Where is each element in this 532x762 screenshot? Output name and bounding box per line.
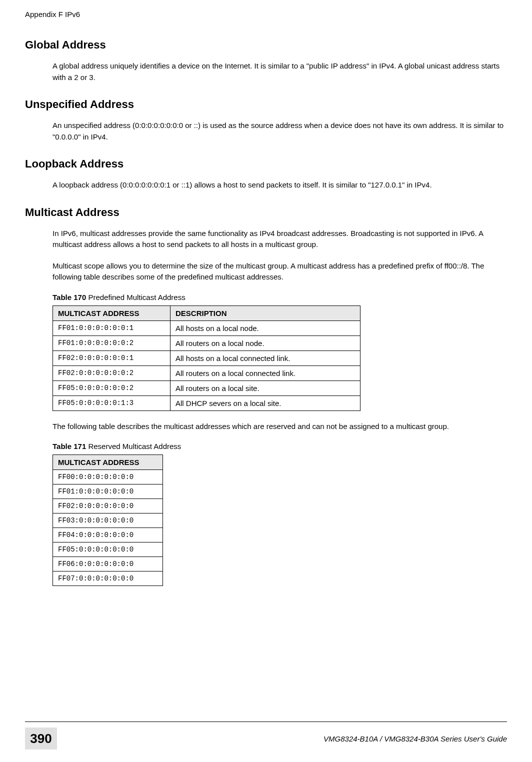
cell-address: FF00:0:0:0:0:0:0:0 [53, 470, 163, 484]
table-170-label-rest: Predefined Multicast Address [86, 293, 185, 302]
cell-description: All hosts on a local connected link. [170, 350, 360, 366]
table-171-header: MULTICAST ADDRESS [53, 455, 163, 470]
section-heading-multicast: Multicast Address [25, 206, 507, 219]
table-row: FF05:0:0:0:0:0:0:2All routers on a local… [53, 380, 360, 396]
table-170-label-bold: Table 170 [52, 293, 86, 302]
cell-address: FF05:0:0:0:0:0:1:3 [53, 396, 170, 410]
table-row: FF00:0:0:0:0:0:0:0 [53, 470, 163, 484]
table-row: FF01:0:0:0:0:0:0:2All routers on a local… [53, 336, 360, 350]
table-170: MULTICAST ADDRESS DESCRIPTION FF01:0:0:0… [52, 306, 360, 411]
cell-address: FF03:0:0:0:0:0:0:0 [53, 514, 163, 528]
body-global: A global address uniquely identifies a d… [52, 60, 507, 83]
body-loopback: A loopback address (0:0:0:0:0:0:0:1 or :… [52, 180, 507, 191]
table-row: FF01:0:0:0:0:0:0:1All hosts on a local n… [53, 320, 360, 336]
cell-address: FF01:0:0:0:0:0:0:0 [53, 484, 163, 499]
table-170-header-address: MULTICAST ADDRESS [53, 306, 170, 320]
section-heading-loopback: Loopback Address [25, 158, 507, 170]
cell-description: All hosts on a local node. [170, 320, 360, 336]
cell-address: FF05:0:0:0:0:0:0:2 [53, 380, 170, 396]
table-171-body: FF00:0:0:0:0:0:0:0 FF01:0:0:0:0:0:0:0 FF… [53, 470, 163, 586]
table-row: FF02:0:0:0:0:0:0:0 [53, 499, 163, 514]
cell-address: FF02:0:0:0:0:0:0:2 [53, 366, 170, 380]
page-header-left: Appendix F IPv6 [25, 0, 507, 24]
table-171: MULTICAST ADDRESS FF00:0:0:0:0:0:0:0 FF0… [52, 454, 163, 586]
section-heading-unspecified: Unspecified Address [25, 98, 507, 111]
cell-description: All routers on a local site. [170, 380, 360, 396]
table-row: FF02:0:0:0:0:0:0:1All hosts on a local c… [53, 350, 360, 366]
table-171-label: Table 171 Reserved Multicast Address [52, 442, 507, 450]
page-number: 390 [25, 728, 57, 750]
cell-address: FF02:0:0:0:0:0:0:0 [53, 499, 163, 514]
table-row: FF01:0:0:0:0:0:0:0 [53, 484, 163, 499]
table-row: FF05:0:0:0:0:0:1:3All DHCP severs on a l… [53, 396, 360, 410]
body-unspecified: An unspecified address (0:0:0:0:0:0:0:0 … [52, 120, 507, 142]
table-170-header-description: DESCRIPTION [170, 306, 360, 320]
body-multicast-1: In IPv6, multicast addresses provide the… [52, 228, 507, 250]
section-heading-global: Global Address [25, 38, 507, 52]
cell-address: FF05:0:0:0:0:0:0:0 [53, 542, 163, 557]
cell-address: FF07:0:0:0:0:0:0:0 [53, 572, 163, 586]
cell-description: All routers on a local node. [170, 336, 360, 350]
table-170-label: Table 170 Predefined Multicast Address [52, 293, 507, 302]
cell-address: FF04:0:0:0:0:0:0:0 [53, 528, 163, 542]
table-row: FF05:0:0:0:0:0:0:0 [53, 542, 163, 557]
body-multicast-2: Multicast scope allows you to determine … [52, 260, 507, 283]
cell-address: FF06:0:0:0:0:0:0:0 [53, 557, 163, 572]
table-row: FF03:0:0:0:0:0:0:0 [53, 514, 163, 528]
table-row: FF06:0:0:0:0:0:0:0 [53, 557, 163, 572]
table-170-body: FF01:0:0:0:0:0:0:1All hosts on a local n… [53, 320, 360, 410]
body-multicast-3: The following table describes the multic… [52, 421, 507, 432]
footer-guide-title: VMG8324-B10A / VMG8324-B30A Series User'… [57, 734, 507, 743]
table-row: FF07:0:0:0:0:0:0:0 [53, 572, 163, 586]
cell-description: All DHCP severs on a local site. [170, 396, 360, 410]
table-row: FF02:0:0:0:0:0:0:2All routers on a local… [53, 366, 360, 380]
cell-address: FF01:0:0:0:0:0:0:2 [53, 336, 170, 350]
table-row: FF04:0:0:0:0:0:0:0 [53, 528, 163, 542]
table-171-label-rest: Reserved Multicast Address [86, 442, 181, 450]
cell-description: All routers on a local connected link. [170, 366, 360, 380]
cell-address: FF02:0:0:0:0:0:0:1 [53, 350, 170, 366]
footer-divider [25, 722, 507, 722]
table-171-label-bold: Table 171 [52, 442, 86, 450]
cell-address: FF01:0:0:0:0:0:0:1 [53, 320, 170, 336]
